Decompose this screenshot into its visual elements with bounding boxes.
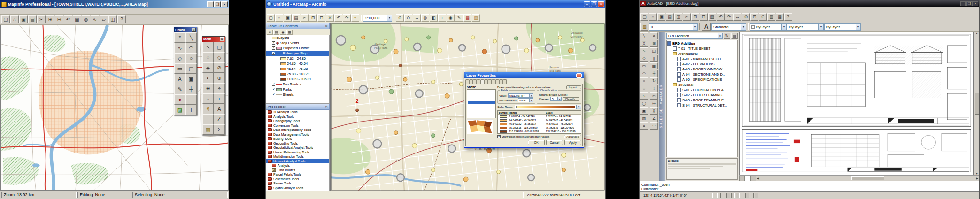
show-tree-item[interactable] [468, 108, 495, 112]
menu-item[interactable] [43, 11, 47, 12]
marquee-select-icon[interactable]: ▢ [214, 42, 225, 52]
scroll-left-icon[interactable]: ◀ [757, 176, 759, 180]
layer-control-icon[interactable]: ≣ [202, 114, 214, 124]
mode-toggle-button[interactable] [722, 193, 725, 198]
boundary-select-icon[interactable]: ◈ [202, 62, 214, 73]
sheet-tree-item[interactable]: A-02 - ELEVATIONS [667, 61, 737, 67]
save-table-icon[interactable]: ▣ [19, 15, 28, 23]
toc-layer-row[interactable]: 75.38 - 118.29 [266, 71, 329, 77]
insert-block-icon[interactable]: ▣ [640, 107, 648, 115]
sheet-tree-item[interactable]: S-04 - STRUCTURAL DET... [667, 103, 737, 108]
delete-icon[interactable]: ✕ [326, 14, 334, 22]
rounded-rectangle-tool-icon[interactable]: ▢ [185, 63, 197, 74]
extend-icon[interactable]: ↦ [650, 100, 658, 107]
menu-item[interactable] [275, 10, 280, 11]
dialog-titlebar[interactable]: Layer Properties × [464, 72, 584, 78]
toc-layer-row[interactable]: Proposed District [266, 46, 329, 51]
toolbox-item[interactable]: Analysis Tools [266, 115, 329, 119]
copy-icon[interactable]: ⊞ [691, 13, 699, 21]
close-icon[interactable]: ✕ [325, 105, 328, 109]
line-icon[interactable]: ╲ [640, 32, 648, 39]
toc-header[interactable]: Table Of Contents ✕ [266, 23, 330, 29]
redo-icon[interactable]: ↷ [343, 14, 351, 22]
menu-item[interactable] [677, 9, 682, 10]
legend-icon[interactable]: ▦ [202, 124, 214, 135]
mapinfo-map-view[interactable]: Drawi... × *╲∿◠◇○▭▢A▣✎┼●─▨T Main × ↖▢◌◇◈… [0, 25, 229, 191]
redo-icon[interactable]: ↷ [725, 13, 733, 21]
circle-icon[interactable]: ○ [640, 77, 648, 84]
find-icon[interactable]: ◉ [447, 14, 455, 22]
list-by-source-icon[interactable]: ▤ [273, 30, 279, 35]
toolbox-item[interactable]: Analysis [266, 163, 329, 168]
grabber-icon[interactable]: ↔ [202, 93, 214, 104]
plot-icon[interactable]: ▤ [666, 13, 674, 21]
color-ramp-combo[interactable]: ▼ [515, 105, 581, 109]
ellipse-tool-icon[interactable]: ○ [185, 53, 197, 63]
arc-icon[interactable]: ◠ [640, 70, 648, 77]
cut-icon[interactable]: ✂ [683, 13, 691, 21]
arctoolbox-icon[interactable]: ▦ [463, 14, 471, 22]
show-tree-item[interactable] [468, 104, 495, 108]
menu-item[interactable] [10, 11, 15, 12]
catalog-icon[interactable]: ▨ [472, 14, 480, 22]
sheet-tree-item[interactable]: S-02 - FLOOR FRAMING... [667, 92, 737, 98]
menu-item[interactable] [270, 10, 275, 11]
minimize-button[interactable]: – [207, 1, 214, 7]
new-table-icon[interactable]: ▢ [1, 15, 10, 23]
mode-toggle-button[interactable] [741, 193, 744, 198]
paste-icon[interactable]: ⊟ [317, 14, 325, 22]
minimize-button[interactable]: – [960, 1, 966, 6]
toc-layer-row[interactable]: Stop Events [266, 40, 329, 46]
maximize-button[interactable]: ❐ [966, 1, 972, 6]
new-browser-icon[interactable]: ▦ [73, 15, 81, 23]
ellipse-icon[interactable]: ◯ [640, 100, 648, 107]
statistics-icon[interactable]: Σ [214, 124, 225, 135]
select-features-icon[interactable]: ◧ [430, 14, 438, 22]
menu-item[interactable] [5, 11, 10, 12]
cancel-button[interactable]: Cancel [546, 140, 563, 145]
menu-item[interactable] [308, 10, 313, 11]
layer-checkbox[interactable] [272, 83, 275, 86]
rectangle-icon[interactable]: ▭ [640, 62, 648, 69]
construction-line-icon[interactable]: ╳ [640, 40, 648, 47]
menu-item[interactable] [687, 9, 691, 10]
cut-icon[interactable]: ✂ [37, 15, 46, 23]
symbol-class-row[interactable]: 46.540922 - 75.382514 46.540922 - 75.382… [498, 122, 581, 126]
dialog-tab[interactable] [477, 79, 480, 84]
dialog-tab[interactable] [469, 79, 473, 84]
menu-item[interactable] [15, 11, 19, 12]
sheet-set-manager-icon[interactable]: ▦ [776, 13, 784, 21]
fillet-icon[interactable]: ◠ [650, 122, 658, 130]
maximize-button[interactable]: ❐ [591, 1, 597, 7]
symbol-class-row[interactable]: 118.294810 - 206.812099 118.294810 - 206… [498, 130, 581, 133]
toolbox-item[interactable]: Linear Referencing Tools [266, 150, 329, 155]
dialog-tab[interactable] [480, 79, 484, 84]
toolbox-item[interactable]: Geocoding Tools [266, 141, 329, 146]
revision-cloud-icon[interactable]: ◌ [640, 85, 648, 92]
reshape-icon[interactable]: ✎ [174, 84, 185, 94]
layer-checkbox[interactable] [272, 46, 275, 50]
mode-toggle-button[interactable] [731, 193, 735, 198]
polygon-tool-icon[interactable]: ◇ [174, 53, 185, 63]
paste-icon[interactable]: ⊟ [700, 13, 708, 21]
zoom-window-icon[interactable]: ⊡ [750, 13, 758, 21]
sheet-tree-item[interactable]: A-01 - MAIN AND SECO... [667, 56, 737, 61]
show-tree-item[interactable] [468, 97, 495, 101]
sheet-tree-item[interactable]: S-01 - FOUNDATION PLA... [667, 87, 737, 92]
radius-select-icon[interactable]: ◌ [202, 52, 214, 62]
frame-tool-icon[interactable]: ▣ [185, 74, 197, 84]
layer-checkbox[interactable] [272, 93, 275, 96]
status-editing[interactable]: Editing: None [77, 192, 131, 198]
arc-tool-icon[interactable]: ◠ [185, 43, 197, 53]
toc-layer-row[interactable]: 7.63 - 24.85 [266, 56, 329, 61]
toolbox-item[interactable]: Data Interoperability Tools [266, 128, 329, 132]
layout-tab[interactable] [745, 176, 750, 181]
erase-icon[interactable]: ✕ [650, 32, 658, 39]
spline-icon[interactable]: S [640, 92, 648, 100]
info-tool-icon[interactable]: i [214, 93, 225, 104]
main-toolbar-titlebar[interactable]: Main × [202, 37, 225, 42]
menu-item[interactable] [33, 11, 38, 12]
help-icon[interactable]: ? [784, 13, 792, 21]
horizontal-scrollbar[interactable]: ◀ ▶ [756, 176, 979, 181]
sheet-tree-item[interactable]: A-03 - DOORS WINDOW... [667, 67, 737, 72]
